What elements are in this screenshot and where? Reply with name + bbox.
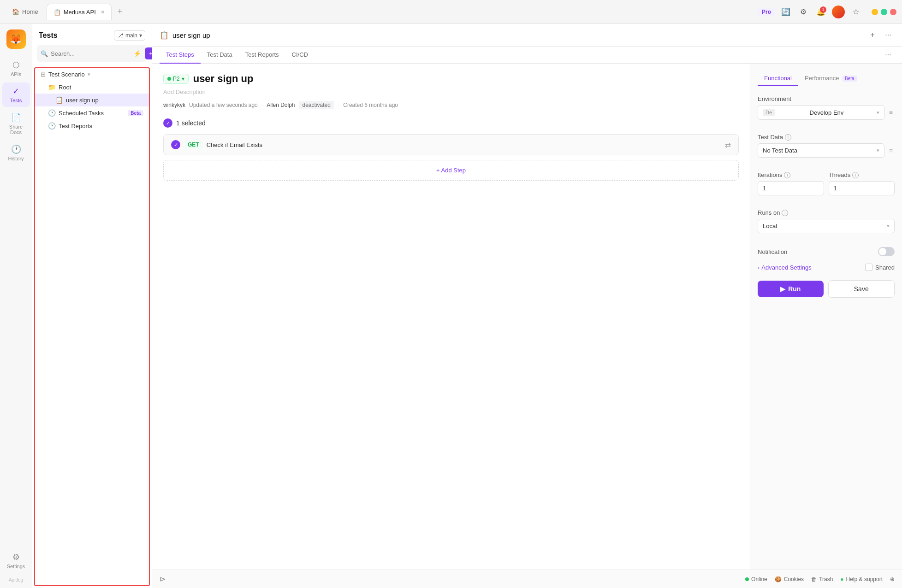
tab-home[interactable]: 🏠 Home [6,4,45,20]
sidebar-item-tests[interactable]: ✓ Tests [2,82,30,107]
notifications-button[interactable]: 🔔 1 [814,6,827,18]
tab-close-button[interactable]: ✕ [101,9,105,15]
save-button[interactable]: Save [828,280,895,298]
action-buttons: ▶ Run Save [758,280,895,298]
tree-item-user-sign-up[interactable]: 📋 user sign up [35,94,149,106]
tab-home-label: Home [22,8,38,15]
help-button[interactable]: ● Help & support [840,576,883,582]
tree-item-test-reports[interactable]: 🕐 Test Reports [35,119,149,132]
scenario-label: Test Scenario [48,71,85,78]
panel-more-button[interactable]: ··· [882,48,895,61]
collapse-button[interactable]: ⊳ [160,575,166,583]
step-action-icon[interactable]: ⇄ [725,141,731,149]
scenario-chevron-icon: ▾ [88,71,90,77]
step-name: Check if Email Exists [207,141,720,148]
panel-tab-performance[interactable]: Performance Beta [798,71,863,86]
add-description[interactable]: Add Description [163,88,739,95]
maximize-button[interactable]: □ [881,9,887,15]
threads-info-icon[interactable]: i [852,172,859,178]
runs-on-info-icon[interactable]: i [782,210,788,216]
bookmark-button[interactable]: ☆ [849,6,862,18]
close-button[interactable]: ✕ [890,9,896,15]
meta-reviewer: Allen Dolph [267,102,295,108]
app-logo[interactable]: 🦊 [6,29,26,49]
test-name-title: user sign up [193,73,254,85]
priority-badge[interactable]: P2 ▾ [163,74,189,84]
add-step-label: + Add Step [436,167,466,174]
tree-scenario-header[interactable]: ⊞ Test Scenario ▾ [35,68,149,81]
new-tab-button[interactable]: + [113,6,126,18]
threads-input[interactable] [829,181,895,195]
sidebar-item-apis[interactable]: ⬡ APIs [2,56,30,81]
add-step-button[interactable]: + Add Step [163,160,739,181]
test-data-list-icon[interactable]: ≡ [887,145,895,156]
sidebar-item-tests-label: Tests [10,98,22,103]
advanced-settings-button[interactable]: › Advanced Settings [758,264,812,271]
cookies-button[interactable]: 🍪 Cookies [775,576,804,582]
notification-toggle[interactable] [878,247,895,256]
settings-icon: ⚙ [12,552,20,562]
report-icon: 🕐 [48,122,56,129]
tree-item-root-label: Root [59,84,143,91]
iterations-field: Iterations i [758,171,824,195]
file-panel-actions: ⎇ main ▾ [114,30,145,41]
bottom-settings-button[interactable]: ⊕ [890,576,895,582]
run-play-icon: ▶ [780,285,785,293]
topbar-actions: + ··· [866,29,895,41]
pro-badge[interactable]: Pro [758,8,775,16]
tests-icon: ✓ [12,86,19,96]
trash-button[interactable]: 🗑 Trash [811,576,833,582]
iterations-input[interactable] [758,181,824,195]
avatar[interactable] [832,6,845,18]
tab-test-reports[interactable]: Test Reports [239,47,285,64]
tab-test-steps[interactable]: Test Steps [160,47,201,64]
shared-checkbox[interactable] [865,264,872,271]
priority-label: P2 [173,76,180,82]
file-panel: Tests ⎇ main ▾ 🔍 ⚡ + ⊞ Test Scenario [32,24,152,588]
search-icon: 🔍 [41,50,48,57]
env-list-icon[interactable]: ≡ [887,107,895,118]
more-options-button[interactable]: ··· [882,29,895,41]
meta-row: winkykyk Updated a few seconds ago · All… [163,101,739,109]
tab-medusa-label: Medusa API [64,9,96,16]
refresh-button[interactable]: 🔄 [779,6,792,18]
sidebar-item-share-docs[interactable]: 📄 Share Docs [2,109,30,139]
right-panel: Functional Performance Beta Environment … [750,64,902,570]
save-button-label: Save [854,285,869,293]
add-tab-button[interactable]: + [866,29,879,41]
tree-item-test-reports-label: Test Reports [59,123,143,129]
tab-medusa[interactable]: 📋 Medusa API ✕ [47,4,112,20]
main-content: 📋 user sign up + ··· Test Steps Test Dat… [152,24,902,588]
tree-item-scheduled-tasks[interactable]: 🕐 Scheduled Tasks Beta [35,106,149,119]
test-data-chevron-icon: ▾ [877,147,879,153]
panel-tab-functional[interactable]: Functional [758,71,798,86]
minimize-button[interactable]: − [872,9,878,15]
iterations-info-icon[interactable]: i [784,172,790,178]
tab-ci-cd[interactable]: CI/CD [285,47,315,64]
search-input[interactable] [51,50,128,57]
apidog-watermark: Apidog [9,577,23,582]
run-button[interactable]: ▶ Run [758,281,824,297]
sidebar-item-apis-label: APIs [11,71,21,77]
clock-icon: 🕐 [48,109,56,117]
environment-select[interactable]: De Develop Env ▾ [758,105,884,120]
logo-emoji: 🦊 [10,34,22,45]
cookies-label: Cookies [784,576,804,582]
selected-text: 1 selected [176,119,206,127]
tree-item-root[interactable]: 📁 Root [35,81,149,94]
sidebar-item-history[interactable]: 🕐 History [2,141,30,165]
branch-select[interactable]: ⎇ main ▾ [114,30,145,41]
threads-label: Threads [829,171,851,178]
test-data-info-icon[interactable]: i [785,134,791,141]
filter-button[interactable]: ⚡ [131,47,143,59]
sidebar-item-settings[interactable]: ⚙ Settings [2,548,30,573]
advanced-settings-label: Advanced Settings [761,264,811,271]
test-data-select[interactable]: No Test Data ▾ [758,143,884,158]
env-value: Develop Env [810,109,844,116]
online-status[interactable]: Online [745,576,767,582]
test-data-label: Test Data [758,134,783,141]
tab-test-data[interactable]: Test Data [201,47,239,64]
test-data-field: Test Data i No Test Data ▾ ≡ [758,134,895,158]
settings-button[interactable]: ⚙ [797,6,810,18]
runs-on-select[interactable]: Local ▾ [758,219,895,233]
